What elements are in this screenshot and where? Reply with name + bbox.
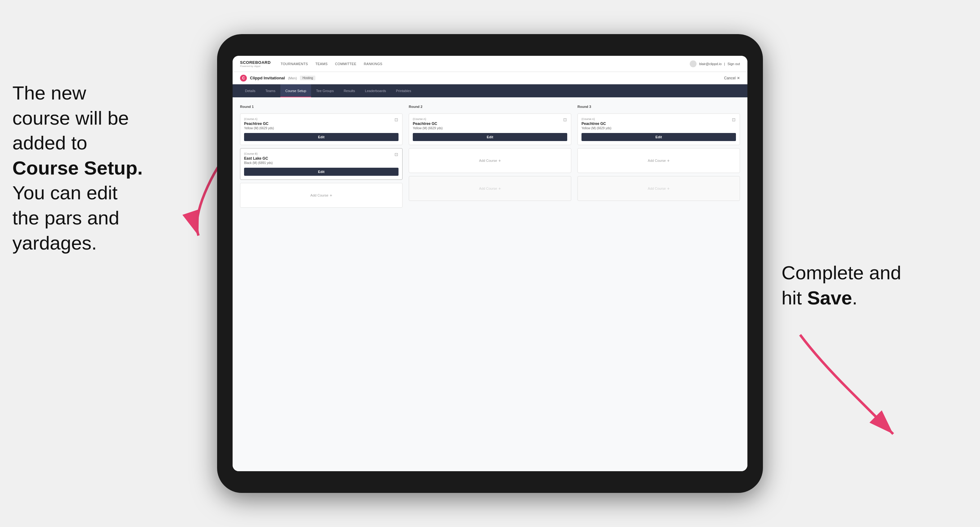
round-1-column: Round 1 ⊡ (Course A) Peachtree GC Yellow… — [240, 105, 402, 208]
rounds-grid: Round 1 ⊡ (Course A) Peachtree GC Yellow… — [240, 105, 740, 208]
tab-course-setup[interactable]: Course Setup — [280, 84, 311, 97]
round3-add-course-plus-icon: + — [667, 158, 670, 163]
round2-course-a-card: ⊡ (Course A) Peachtree GC Yellow (M) (66… — [409, 113, 571, 145]
round2-course-a-delete-icon[interactable]: ⊡ — [562, 117, 568, 122]
round3-course-a-name: Peachtree GC — [581, 122, 736, 126]
nav-right: blair@clippd.io | Sign out — [690, 60, 740, 67]
round3-course-a-badge: (Course A) — [581, 117, 736, 121]
round3-add-course-disabled-label: Add Course — [648, 187, 666, 190]
round1-course-a-name: Peachtree GC — [244, 122, 399, 126]
round2-course-a-edit-button[interactable]: Edit — [413, 133, 567, 141]
scoreboard-logo: SCOREBOARD Powered by clippd — [240, 60, 271, 68]
round2-add-course-disabled-plus-icon: + — [498, 186, 501, 191]
main-content: Round 1 ⊡ (Course A) Peachtree GC Yellow… — [232, 97, 748, 471]
round2-course-a-badge: (Course A) — [413, 117, 567, 121]
cancel-label[interactable]: Cancel — [724, 76, 736, 80]
annotation-left: The new course will be added to Course S… — [13, 81, 192, 256]
round2-add-course-disabled: Add Course + — [409, 176, 571, 201]
round1-course-b-tee: Black (M) (6891 yds) — [244, 161, 399, 165]
tab-details[interactable]: Details — [240, 84, 261, 97]
nav-rankings[interactable]: RANKINGS — [364, 62, 382, 66]
hosting-badge: Hosting — [300, 76, 315, 80]
tournament-name: Clippd Invitational — [250, 76, 285, 80]
round3-course-a-delete-icon[interactable]: ⊡ — [731, 117, 737, 122]
round1-course-a-edit-button[interactable]: Edit — [244, 133, 399, 141]
round3-add-course-disabled: Add Course + — [578, 176, 740, 201]
round3-course-a-card: ⊡ (Course A) Peachtree GC Yellow (M) (66… — [578, 113, 740, 145]
round1-course-b-badge: (Course B) — [244, 152, 399, 155]
tab-teams[interactable]: Teams — [261, 84, 280, 97]
round1-course-a-delete-icon[interactable]: ⊡ — [393, 117, 399, 122]
scoreboard-title: SCOREBOARD — [240, 60, 271, 65]
tournament-bar: C Clippd Invitational (Men) Hosting Canc… — [232, 72, 748, 84]
nav-left: SCOREBOARD Powered by clippd TOURNAMENTS… — [240, 60, 382, 68]
tablet-device: SCOREBOARD Powered by clippd TOURNAMENTS… — [217, 34, 763, 493]
arrow-right-icon — [794, 329, 905, 440]
round2-add-course-disabled-label: Add Course — [479, 187, 497, 190]
round-2-title: Round 2 — [409, 105, 571, 108]
round1-add-course-plus-icon: + — [330, 193, 332, 198]
tournament-info: C Clippd Invitational (Men) Hosting — [240, 75, 315, 81]
round1-course-b-delete-icon[interactable]: ⊡ — [393, 152, 399, 157]
nav-links: TOURNAMENTS TEAMS COMMITTEE RANKINGS — [281, 62, 382, 66]
round3-add-course-label: Add Course — [648, 159, 666, 162]
tab-leaderboards[interactable]: Leaderboards — [360, 84, 391, 97]
nav-tournaments[interactable]: TOURNAMENTS — [281, 62, 308, 66]
round1-course-a-tee: Yellow (M) (6629 yds) — [244, 127, 399, 130]
round3-course-a-tee: Yellow (M) (6629 yds) — [581, 127, 736, 130]
round2-add-course-label: Add Course — [479, 159, 497, 162]
round-3-title: Round 3 — [578, 105, 740, 108]
round2-course-a-tee: Yellow (M) (6629 yds) — [413, 127, 567, 130]
round2-add-course-button[interactable]: Add Course + — [409, 148, 571, 173]
nav-separator: | — [724, 62, 725, 66]
tournament-logo-icon: C — [240, 75, 247, 81]
sign-out-link[interactable]: Sign out — [727, 62, 740, 66]
tab-printables[interactable]: Printables — [391, 84, 416, 97]
tabs-bar: Details Teams Course Setup Tee Groups Re… — [232, 84, 748, 97]
round3-add-course-button[interactable]: Add Course + — [578, 148, 740, 173]
round1-course-b-edit-button[interactable]: Edit — [244, 168, 399, 176]
tab-tee-groups[interactable]: Tee Groups — [311, 84, 339, 97]
cancel-area: Cancel ✕ — [724, 76, 740, 80]
round-1-title: Round 1 — [240, 105, 402, 108]
round2-add-course-plus-icon: + — [498, 158, 501, 163]
round1-add-course-button[interactable]: Add Course + — [240, 183, 402, 208]
annotation-right: Complete and hit Save. — [781, 260, 931, 310]
round3-course-a-edit-button[interactable]: Edit — [581, 133, 736, 141]
nav-committee[interactable]: COMMITTEE — [335, 62, 356, 66]
nav-teams[interactable]: TEAMS — [315, 62, 328, 66]
round2-course-a-name: Peachtree GC — [413, 122, 567, 126]
round1-add-course-label: Add Course — [310, 194, 328, 197]
round1-course-b-card: ⊡ (Course B) East Lake GC Black (M) (689… — [240, 148, 402, 180]
round3-add-course-disabled-plus-icon: + — [667, 186, 670, 191]
tab-results[interactable]: Results — [339, 84, 360, 97]
round1-course-a-card: ⊡ (Course A) Peachtree GC Yellow (M) (66… — [240, 113, 402, 145]
round1-course-b-name: East Lake GC — [244, 156, 399, 160]
tablet-screen: SCOREBOARD Powered by clippd TOURNAMENTS… — [232, 56, 748, 471]
tournament-type: (Men) — [288, 76, 297, 80]
round1-course-a-badge: (Course A) — [244, 117, 399, 121]
user-avatar-icon — [690, 60, 697, 67]
round-3-column: Round 3 ⊡ (Course A) Peachtree GC Yellow… — [578, 105, 740, 208]
cancel-icon[interactable]: ✕ — [737, 76, 740, 80]
powered-by: Powered by clippd — [240, 65, 271, 68]
round-2-column: Round 2 ⊡ (Course A) Peachtree GC Yellow… — [409, 105, 571, 208]
top-nav: SCOREBOARD Powered by clippd TOURNAMENTS… — [232, 56, 748, 72]
user-email: blair@clippd.io — [699, 62, 721, 66]
